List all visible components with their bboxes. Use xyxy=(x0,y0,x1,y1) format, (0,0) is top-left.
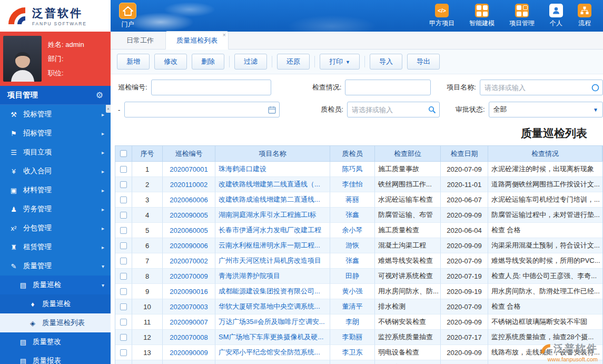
inspection-code-link[interactable]: 2020090009 xyxy=(170,349,207,357)
table-row[interactable]: 102020070003华软大厦研究基地中央空调系统...董清平排水检测2020… xyxy=(115,299,602,314)
table-row[interactable]: 12020070001珠海鹤港口建设陈巧凤施工质量事故2020-07-09水泥砼… xyxy=(115,162,602,177)
inspector-link[interactable]: 田静 xyxy=(345,271,359,281)
project-name-link[interactable]: 珠海鹤港口建设 xyxy=(219,164,266,174)
inspection-code-input[interactable] xyxy=(151,80,271,95)
inspection-code-link[interactable]: 2020090007 xyxy=(170,318,207,326)
table-row[interactable]: 52020060005长春市伊通河水力发电厂改建工程余小琴施工质量检查2020-… xyxy=(115,223,602,238)
project-name-link[interactable]: 华软大厦研究基地中央空调系统... xyxy=(219,302,320,311)
project-name-link[interactable]: SM广场地下车库更换摄像机及硬... xyxy=(219,332,323,342)
project-name-link[interactable]: 青海洪湖养护院项目 xyxy=(219,271,280,281)
inspection-code-link[interactable]: 2020070009 xyxy=(170,272,207,280)
inspector-link[interactable]: 游恢 xyxy=(345,241,359,250)
filter-button[interactable]: 过滤 xyxy=(234,54,267,70)
search-icon[interactable] xyxy=(428,106,436,114)
row-checkbox[interactable] xyxy=(120,273,127,280)
sidebar-item[interactable]: ♦质量巡检 xyxy=(0,294,111,313)
inspection-code-link[interactable]: 2020090005 xyxy=(170,211,207,219)
add-button[interactable]: 新增 xyxy=(117,54,150,70)
row-checkbox[interactable] xyxy=(120,242,127,249)
sidebar-item[interactable]: ✎质量管理▾ xyxy=(0,257,111,276)
row-checkbox[interactable] xyxy=(120,212,127,219)
inspector-link[interactable]: 李勤丽 xyxy=(342,332,363,342)
project-name-link[interactable]: 湖南洞庭湖水库引水工程施工I标 xyxy=(219,210,317,220)
table-row[interactable]: 132020090009广安邓小平纪念馆安全防范系统...李卫东弱电设备检查20… xyxy=(115,345,602,360)
project-name-link[interactable]: 改建铁路成渝线增建第二直通线... xyxy=(219,195,320,204)
inspector-link[interactable]: 蒋丽 xyxy=(345,195,359,204)
inspector-link[interactable]: 张鑫 xyxy=(345,256,359,265)
inspection-code-link[interactable]: 2020110002 xyxy=(170,181,207,189)
sidebar-item[interactable]: ☰项目立项▸ xyxy=(0,143,111,162)
inspection-code-link[interactable]: 2020070008 xyxy=(170,333,207,341)
inspector-link[interactable]: 李朗 xyxy=(345,317,359,327)
calendar-icon[interactable] xyxy=(268,106,276,114)
sidebar-item[interactable]: ♟劳务管理▸ xyxy=(0,200,111,219)
inspector-input[interactable] xyxy=(347,102,440,117)
sidebar-item[interactable]: ¥收入合同▸ xyxy=(0,162,111,181)
approval-status-select[interactable]: 全部 ▼ xyxy=(489,102,603,117)
nav-item[interactable]: 个人 xyxy=(549,4,563,28)
inspection-code-link[interactable]: 2020070003 xyxy=(170,303,207,311)
sidebar-item[interactable]: ⚒投标管理▸ xyxy=(0,105,111,124)
inspection-code-link[interactable]: 2020070001 xyxy=(170,165,207,173)
inspector-link[interactable]: 黄小强 xyxy=(342,287,363,296)
sidebar-item[interactable]: ▤质量巡检▾ xyxy=(0,276,111,294)
clear-circle-icon[interactable] xyxy=(591,84,599,92)
inspector-link[interactable]: 张鑫 xyxy=(345,210,359,220)
sidebar-item[interactable]: x²分包管理▸ xyxy=(0,219,111,238)
nav-portal[interactable]: 门户 xyxy=(119,0,136,32)
table-row[interactable]: 22020110002改建铁路线增建第二线直通线（...李佳怡铁丝网围挡工作..… xyxy=(115,177,602,192)
inspection-code-link[interactable]: 2020060005 xyxy=(170,227,207,234)
row-checkbox[interactable] xyxy=(120,334,127,341)
nav-item[interactable]: 智能建模 xyxy=(469,4,495,28)
row-checkbox[interactable] xyxy=(120,258,127,264)
row-checkbox[interactable] xyxy=(120,349,127,356)
export-button[interactable]: 导出 xyxy=(407,54,440,70)
select-all-checkbox[interactable] xyxy=(120,150,127,157)
delete-button[interactable]: 删除 xyxy=(192,54,224,70)
project-name-link[interactable]: 云南水利枢纽潜明水库一期工程... xyxy=(219,241,320,250)
row-checkbox[interactable] xyxy=(120,196,127,203)
table-row[interactable]: 82020070009青海洪湖养护院项目田静可视对讲系统检查2020-07-19… xyxy=(115,269,602,284)
inspection-code-link[interactable]: 2020090006 xyxy=(170,242,207,250)
row-checkbox[interactable] xyxy=(120,227,127,234)
project-name-input[interactable] xyxy=(480,80,603,95)
project-name-link[interactable]: 广安邓小平纪念馆安全防范系统... xyxy=(219,348,320,357)
row-checkbox[interactable] xyxy=(120,288,127,295)
edit-button[interactable]: 修改 xyxy=(154,54,187,70)
row-checkbox[interactable] xyxy=(120,166,127,173)
table-row[interactable]: 122020070008SM广场地下车库更换摄像机及硬...李勤丽监控系统质量抽… xyxy=(115,330,602,345)
table-row[interactable]: 72020070002广州市天河区统计局机房改造项目张鑫难燃导线安装检查2020… xyxy=(115,253,602,269)
inspection-code-link[interactable]: 2020070002 xyxy=(170,257,207,265)
project-name-link[interactable]: 万达广场35#会所及咖啡厅空调安... xyxy=(219,317,325,327)
project-name-link[interactable]: 成都能源建设集团投资有限公司... xyxy=(219,287,320,296)
table-row[interactable]: 32020060006改建铁路成渝线增建第二直通线...蒋丽水泥砼运输车检查20… xyxy=(115,192,602,208)
table-row[interactable]: 62020090006云南水利枢纽潜明水库一期工程...游恢混凝土沟渠工程202… xyxy=(115,238,602,253)
table-row[interactable]: 142020090008广州市文物考古工地安防系统设...黄思隐设备维修现场检查… xyxy=(115,360,602,364)
table-row[interactable]: 112020090007万达广场35#会所及咖啡厅空调安...李朗不锈钢安装检查… xyxy=(115,314,602,330)
table-row[interactable]: 42020090005湖南洞庭湖水库引水工程施工I标张鑫防腐管运输、布管2020… xyxy=(115,208,602,223)
nav-item[interactable]: 流程 xyxy=(578,4,591,28)
print-button[interactable]: 打印▼ xyxy=(320,54,360,70)
tab-inspection-list[interactable]: 质量巡检列表 × xyxy=(165,31,229,50)
inspector-link[interactable]: 陈巧凤 xyxy=(342,164,363,174)
inspector-link[interactable]: 董清平 xyxy=(342,302,363,311)
nav-item[interactable]: 项目管理 xyxy=(509,4,535,28)
sidebar-item[interactable]: ♜租赁管理▸ xyxy=(0,238,111,257)
inspector-link[interactable]: 李佳怡 xyxy=(342,180,363,189)
check-status-input[interactable] xyxy=(345,80,431,95)
project-name-link[interactable]: 改建铁路线增建第二线直通线（... xyxy=(219,180,320,189)
project-name-link[interactable]: 广州市天河区统计局机房改造项目 xyxy=(219,256,321,265)
table-row[interactable]: 92020090016成都能源建设集团投资有限公司...黄小强用水房间防水、防.… xyxy=(115,284,602,299)
gear-icon[interactable]: ⚙ xyxy=(96,90,103,100)
inspector-link[interactable]: 余小琴 xyxy=(342,225,363,235)
row-checkbox[interactable] xyxy=(120,303,127,310)
close-icon[interactable]: × xyxy=(223,32,226,38)
row-checkbox[interactable] xyxy=(120,181,127,188)
import-button[interactable]: 导入 xyxy=(370,54,402,70)
project-name-link[interactable]: 长春市伊通河水力发电厂改建工程 xyxy=(219,225,321,235)
sidebar-item[interactable]: ▣材料管理▸ xyxy=(0,181,111,200)
sidebar-item[interactable]: ▤质量整改 xyxy=(0,332,111,351)
row-checkbox[interactable] xyxy=(120,319,127,326)
tab-daily-work[interactable]: 日常工作 xyxy=(116,32,164,49)
reset-button[interactable]: 还原 xyxy=(277,54,310,70)
